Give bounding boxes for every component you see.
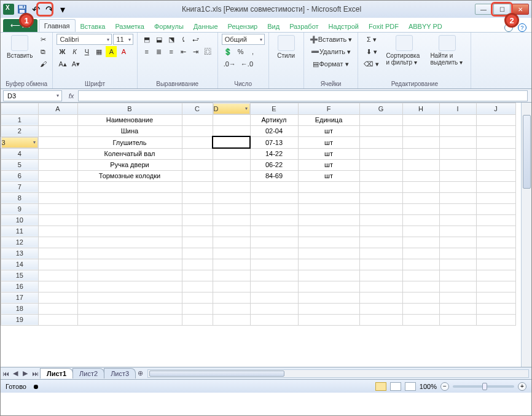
tab-formulas[interactable]: Формулы	[149, 20, 189, 32]
cell-B8[interactable]	[77, 192, 182, 203]
cell-D12[interactable]	[213, 237, 250, 248]
align-right-button[interactable]: ≡	[166, 46, 177, 57]
format-painter-button[interactable]: 🖌	[37, 58, 49, 69]
tab-abbyy[interactable]: ABBYY PD	[404, 20, 447, 32]
cell-G4[interactable]	[359, 148, 402, 159]
fill-color-button[interactable]: A	[106, 46, 117, 57]
font-size-select[interactable]: 11	[113, 34, 133, 45]
sort-filter-button[interactable]: Сортировка и фильтр ▾	[383, 34, 425, 67]
sheet-tab-2[interactable]: Лист2	[72, 368, 104, 379]
cell-H18[interactable]	[402, 303, 439, 314]
sheet-nav-prev[interactable]: ◀	[10, 369, 20, 377]
cell-F17[interactable]	[298, 292, 359, 303]
cell-C13[interactable]	[182, 248, 213, 259]
cell-C4[interactable]	[182, 148, 213, 159]
name-box[interactable]: D3	[3, 90, 62, 101]
cell-F15[interactable]	[298, 270, 359, 281]
formula-input[interactable]	[78, 90, 528, 101]
cell-A8[interactable]	[38, 192, 77, 203]
cell-A16[interactable]	[38, 281, 77, 292]
cell-J7[interactable]	[476, 181, 515, 192]
cell-C19[interactable]	[182, 314, 213, 325]
cell-H8[interactable]	[402, 192, 439, 203]
zoom-in-button[interactable]: +	[518, 382, 526, 391]
col-header-F[interactable]: F	[298, 103, 359, 115]
cell-D16[interactable]	[213, 281, 250, 292]
row-header-10[interactable]: 10	[1, 214, 39, 226]
cell-D17[interactable]	[213, 292, 250, 303]
cell-J12[interactable]	[476, 237, 515, 248]
paste-button[interactable]: Вставить	[4, 34, 35, 60]
cell-J5[interactable]	[476, 159, 515, 170]
bold-button[interactable]: Ж	[57, 46, 68, 57]
cell-H7[interactable]	[402, 181, 439, 192]
cell-I4[interactable]	[439, 148, 476, 159]
cell-H9[interactable]	[402, 203, 439, 214]
cell-J8[interactable]	[476, 192, 515, 203]
sheet-nav-next[interactable]: ▶	[20, 369, 30, 377]
cell-C6[interactable]	[182, 170, 213, 181]
cell-C7[interactable]	[182, 181, 213, 192]
insert-cells-button[interactable]: ➕ Вставить ▾	[308, 34, 354, 45]
cell-F9[interactable]	[298, 203, 359, 214]
cell-C15[interactable]	[182, 270, 213, 281]
tab-home[interactable]: Главная	[39, 19, 76, 32]
tab-layout[interactable]: Разметка	[110, 20, 149, 32]
font-color-button[interactable]: A	[118, 46, 129, 57]
cell-H19[interactable]	[402, 314, 439, 325]
align-top-button[interactable]: ⬒	[141, 34, 152, 45]
cell-H15[interactable]	[402, 270, 439, 281]
currency-button[interactable]: 💲	[222, 46, 234, 57]
cell-F5[interactable]: шт	[298, 159, 359, 170]
cell-H16[interactable]	[402, 281, 439, 292]
cell-J16[interactable]	[476, 281, 515, 292]
align-left-button[interactable]: ≡	[141, 46, 152, 57]
select-all-corner[interactable]	[1, 103, 39, 115]
cell-H12[interactable]	[402, 237, 439, 248]
cell-I6[interactable]	[439, 170, 476, 181]
cell-G11[interactable]	[359, 226, 402, 237]
cell-A4[interactable]	[38, 148, 77, 159]
cell-B19[interactable]	[77, 314, 182, 325]
cell-D5[interactable]	[213, 159, 250, 170]
cell-F2[interactable]: шт	[298, 125, 359, 136]
row-header-8[interactable]: 8	[1, 192, 39, 203]
cell-G9[interactable]	[359, 203, 402, 214]
cell-E8[interactable]	[250, 192, 298, 203]
tab-data[interactable]: Данные	[189, 20, 223, 32]
cell-C14[interactable]	[182, 259, 213, 270]
minimize-button[interactable]: —	[475, 4, 492, 15]
row-header-17[interactable]: 17	[1, 292, 39, 303]
cell-B5[interactable]: Ручка двери	[77, 159, 182, 170]
cell-D1[interactable]	[213, 114, 250, 125]
cell-G16[interactable]	[359, 281, 402, 292]
cell-B3[interactable]: Глушитель	[77, 136, 182, 148]
cell-I19[interactable]	[439, 314, 476, 325]
cell-A12[interactable]	[38, 237, 77, 248]
row-header-1[interactable]: 1	[1, 114, 39, 125]
cell-H11[interactable]	[402, 226, 439, 237]
row-header-2[interactable]: 2	[1, 125, 39, 136]
cell-E19[interactable]	[250, 314, 298, 325]
sheet-nav-last[interactable]: ⏭	[30, 370, 40, 377]
sheet-tab-3[interactable]: Лист3	[104, 368, 136, 379]
cell-I1[interactable]	[439, 114, 476, 125]
qat-customize[interactable]: ▾	[57, 4, 68, 15]
cell-D2[interactable]	[213, 125, 250, 136]
cell-D3[interactable]	[213, 136, 250, 148]
tab-insert[interactable]: Вставка	[76, 20, 111, 32]
tab-foxit[interactable]: Foxit PDF	[364, 20, 404, 32]
cell-C17[interactable]	[182, 292, 213, 303]
macro-record-icon[interactable]: ⏺	[33, 383, 39, 390]
row-header-13[interactable]: 13	[1, 248, 39, 259]
cell-J14[interactable]	[476, 259, 515, 270]
cell-D6[interactable]	[213, 170, 250, 181]
cell-H4[interactable]	[402, 148, 439, 159]
clear-button[interactable]: ⌫ ▾	[362, 58, 381, 69]
view-pagebreak-button[interactable]	[405, 382, 416, 391]
cell-J13[interactable]	[476, 248, 515, 259]
cell-J1[interactable]	[476, 114, 515, 125]
cell-B4[interactable]: Коленчатый вал	[77, 148, 182, 159]
horizontal-scrollbar[interactable]	[147, 369, 529, 378]
cell-H2[interactable]	[402, 125, 439, 136]
